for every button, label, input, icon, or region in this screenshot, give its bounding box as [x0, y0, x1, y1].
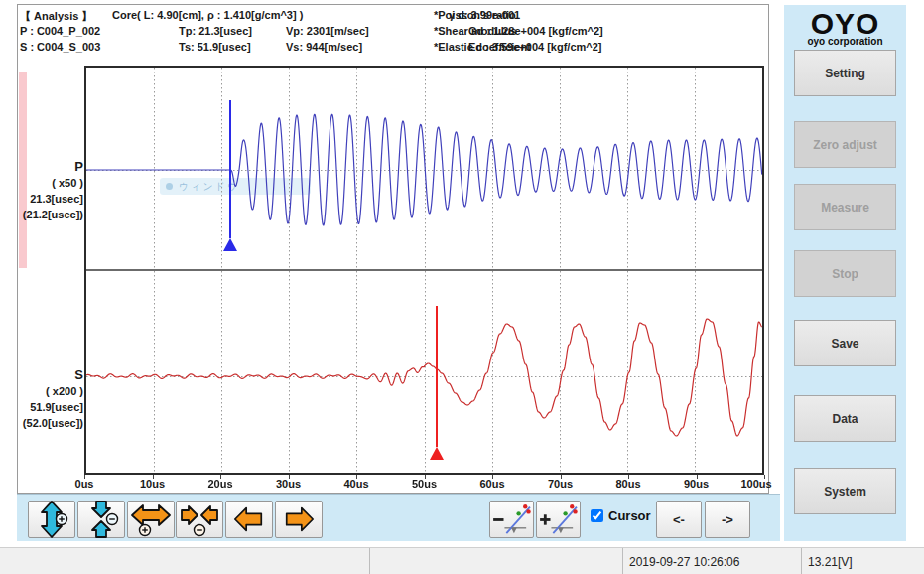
core-info: Core( L: 4.90[cm], ρ : 1.410[g/cm^3] ) [112, 9, 303, 21]
oyo-logo-word: OYO [784, 10, 906, 38]
p-waveform-canvas[interactable] [86, 68, 762, 269]
app-window: 【 Analysis 】 Core( L: 4.90[cm], ρ : 1.41… [0, 0, 924, 574]
arrow-right-icon [282, 502, 316, 536]
x-tick-10: 100us [740, 478, 771, 490]
x-tick-mark [220, 475, 221, 479]
s-pick-time-secondary: (52.0[usec]) [2, 415, 83, 431]
oyo-logo-subtitle: oyo corporation [784, 36, 906, 47]
zoom-vertical-out-button[interactable] [77, 501, 125, 538]
zoom-horizontal-out-icon [180, 501, 219, 538]
p-pick-time-secondary: (21.2[usec]) [2, 207, 83, 222]
x-tick-9: 90us [684, 478, 709, 490]
ts-value: Ts: 51.9[usec] [179, 41, 251, 53]
s-pick-cursor[interactable] [436, 306, 438, 447]
pick-minus-icon [491, 502, 533, 536]
p-pick-time: 21.3[usec] [2, 191, 83, 207]
x-tick-mark [84, 475, 85, 479]
sidebar-button-data[interactable]: Data [794, 395, 896, 442]
sidebar-button-zero-adjust[interactable]: Zero adjust [794, 121, 896, 168]
analysis-mode-label: 【 Analysis 】 [20, 9, 92, 24]
vp-value: Vp: 2301[m/sec] [286, 25, 369, 37]
s-pick-time: 51.9[usec] [2, 399, 83, 415]
pick-plus-icon [538, 502, 580, 536]
scroll-right-button[interactable] [275, 501, 323, 538]
s-pick-marker[interactable] [430, 447, 444, 460]
sidebar-button-system[interactable]: System [794, 468, 896, 514]
x-tick-mark [492, 475, 493, 479]
vs-value: Vs: 944[m/sec] [286, 41, 362, 53]
s-waveform-canvas[interactable] [86, 271, 762, 473]
zoom-horizontal-in-icon [131, 501, 171, 538]
x-tick-6: 60us [479, 478, 504, 490]
p-wave-panel: ウィンドウ [86, 68, 762, 269]
sidebar-button-save[interactable]: Save [794, 320, 896, 366]
sidebar: OYO oyo corporation Setting Zero adjust … [784, 5, 906, 541]
status-bar: 2019-09-27 10:26:06 13.21[V] [0, 547, 924, 574]
sidebar-button-measure[interactable]: Measure [794, 184, 896, 230]
tp-value: Tp: 21.3[usec] [179, 25, 252, 37]
poisson-ratio-value: γ d: 3.99e-001 [449, 9, 520, 21]
x-tick-mark [561, 475, 562, 479]
toolbar: Cursor <- -> [17, 494, 780, 541]
x-tick-mark [764, 475, 765, 479]
pick-plus-adjust-button[interactable] [536, 501, 581, 538]
s-gain: ( x200 ) [2, 383, 83, 399]
zoom-vertical-in-icon [33, 501, 70, 538]
status-section-empty [369, 548, 622, 574]
x-tick-mark [628, 475, 629, 479]
p-pick-marker[interactable] [223, 238, 237, 251]
sidebar-button-setting[interactable]: Setting [794, 50, 896, 96]
p-gain: ( x50 ) [2, 175, 83, 191]
x-tick-mark [356, 475, 357, 479]
s-wave-panel [86, 271, 762, 473]
oyo-logo: OYO oyo corporation [784, 10, 906, 47]
x-tick-0: 0us [75, 478, 94, 490]
x-tick-mark [697, 475, 698, 479]
p-file-name: P : C004_P_002 [20, 25, 100, 37]
status-datetime: 2019-09-27 10:26:06 [622, 548, 801, 574]
p-pick-cursor[interactable] [229, 100, 231, 238]
zoom-horizontal-out-button[interactable] [176, 501, 223, 538]
s-channel-name: S [2, 367, 83, 383]
waveform-chart: ウィンドウ [84, 66, 764, 475]
pick-minus-adjust-button[interactable] [489, 501, 534, 538]
cursor-toggle: Cursor [591, 508, 651, 523]
x-tick-mark [425, 475, 426, 479]
x-tick-mark [153, 475, 154, 479]
x-tick-mark [289, 475, 290, 479]
status-voltage: 13.21[V] [801, 548, 924, 574]
zoom-vertical-out-icon [82, 501, 120, 538]
s-channel-labels: S ( x200 ) 51.9[usec] (52.0[usec]) [2, 367, 83, 431]
x-tick-3: 30us [276, 478, 301, 490]
s-file-name: S : C004_S_003 [20, 41, 100, 53]
cursor-checkbox-label: Cursor [608, 508, 651, 523]
shear-modulus-value: Gd : 1.28e+004 [kgf/cm^2] [468, 25, 603, 37]
x-tick-1: 10us [140, 478, 165, 490]
arrow-left-icon [232, 502, 266, 536]
x-tick-5: 50us [412, 478, 437, 490]
sidebar-button-stop[interactable]: Stop [794, 250, 896, 297]
x-tick-2: 20us [207, 478, 232, 490]
elastic-coefficient-value: Ed : 3.59e+004 [kgf/cm^2] [468, 41, 602, 53]
step-right-button[interactable]: -> [705, 501, 750, 538]
p-channel-name: P [2, 159, 83, 175]
x-tick-4: 40us [343, 478, 368, 490]
scroll-left-button[interactable] [225, 501, 273, 538]
cursor-checkbox[interactable] [591, 509, 603, 522]
p-channel-labels: P ( x50 ) 21.3[usec] (21.2[usec]) [2, 159, 83, 222]
x-tick-7: 70us [548, 478, 573, 490]
zoom-vertical-in-button[interactable] [28, 501, 75, 538]
x-tick-8: 80us [615, 478, 640, 490]
step-left-button[interactable]: <- [656, 501, 702, 538]
zoom-horizontal-in-button[interactable] [127, 501, 175, 538]
